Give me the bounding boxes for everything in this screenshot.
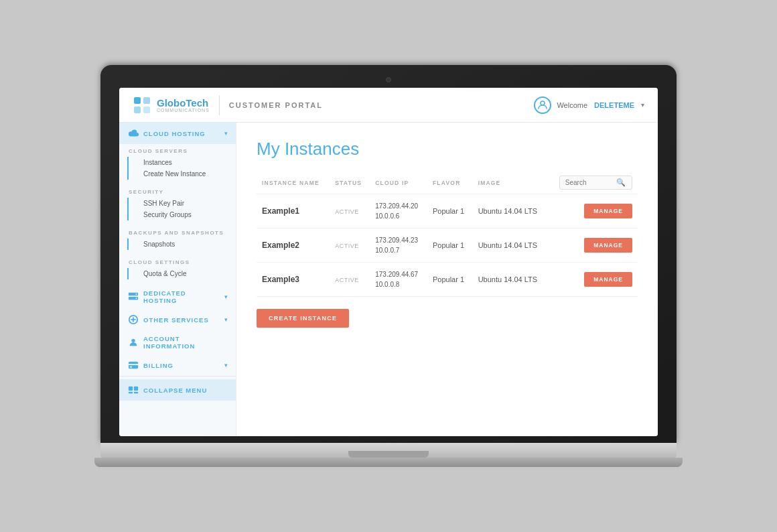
cloud-settings-label: CLOUD SETTINGS — [119, 255, 236, 268]
svg-rect-0 — [134, 97, 141, 104]
security-section: SECURITY SSH Key Pair Security Groups — [119, 185, 236, 226]
sidebar-item-cloud-hosting[interactable]: CLOUD HOSTING ▾ — [119, 123, 236, 144]
table-row: Example3 ACTIVE 173.209.44.6710.0.0.8 Po… — [257, 263, 638, 297]
svg-point-7 — [136, 293, 137, 295]
cell-action: MANAGE — [548, 194, 638, 228]
sidebar-bottom: COLLAPSE MENU — [119, 376, 236, 403]
page-title: My Instances — [257, 139, 638, 159]
sidebar-item-account[interactable]: ACCOUNT INFORMATION — [119, 330, 236, 354]
header-divider — [219, 95, 220, 115]
svg-rect-15 — [130, 367, 133, 368]
welcome-label: Welcome — [557, 101, 587, 109]
user-icon — [534, 96, 551, 114]
cell-name: Example1 — [257, 194, 330, 228]
portal: GloboTech COMMUNICATIONS CUSTOMER PORTAL — [119, 88, 658, 436]
cell-image: Ubuntu 14.04 LTS — [473, 263, 548, 297]
portal-title: CUSTOMER PORTAL — [229, 101, 323, 109]
cell-cloud-ip: 173.209.44.6710.0.0.8 — [370, 263, 427, 297]
sidebar-item-security-groups[interactable]: Security Groups — [127, 209, 236, 220]
col-search: 🔍 — [548, 172, 638, 194]
cloud-icon — [127, 127, 139, 139]
chevron-down-icon[interactable]: ▾ — [641, 101, 644, 109]
portal-header: GloboTech COMMUNICATIONS CUSTOMER PORTAL — [119, 88, 658, 123]
dedicated-hosting-label: DEDICATED HOSTING — [143, 289, 220, 304]
create-instance-button[interactable]: CREATE INSTANCE — [257, 309, 349, 328]
logo-name: GloboTech — [157, 98, 210, 108]
header-right: Welcome DELETEME ▾ — [534, 96, 644, 114]
svg-rect-3 — [143, 107, 150, 113]
table-row: Example1 ACTIVE 173.209.44.2010.0.0.6 Po… — [257, 194, 638, 228]
cell-cloud-ip: 173.209.44.2010.0.0.6 — [370, 194, 427, 228]
dedicated-hosting-chevron: ▾ — [224, 293, 228, 300]
search-icon: 🔍 — [616, 178, 626, 187]
sidebar-item-dedicated-hosting[interactable]: DEDICATED HOSTING ▾ — [119, 285, 236, 309]
svg-rect-17 — [134, 387, 138, 391]
cell-name: Example3 — [257, 263, 330, 297]
cell-action: MANAGE — [548, 263, 638, 297]
svg-rect-2 — [134, 107, 141, 113]
billing-chevron: ▾ — [224, 362, 228, 369]
security-label: SECURITY — [119, 185, 236, 198]
laptop-screen: GloboTech COMMUNICATIONS CUSTOMER PORTAL — [100, 65, 677, 443]
backups-section: BACKUPS AND SNAPSHOTS Snapshots — [119, 226, 236, 255]
col-status: STATUS — [330, 172, 370, 194]
cell-status: ACTIVE — [330, 194, 370, 228]
portal-body: CLOUD HOSTING ▾ CLOUD SERVERS Instances … — [119, 123, 658, 436]
search-box[interactable]: 🔍 — [559, 176, 632, 190]
col-instance-name: INSTANCE NAME — [257, 172, 330, 194]
cloud-hosting-chevron: ▾ — [224, 130, 228, 137]
sidebar-item-ssh-key-pair[interactable]: SSH Key Pair — [127, 198, 236, 209]
logo-sub: COMMUNICATIONS — [157, 108, 210, 113]
cell-flavor: Popular 1 — [427, 194, 473, 228]
sidebar-item-create-instance[interactable]: Create New Instance — [127, 168, 236, 180]
username-text[interactable]: DELETEME — [594, 101, 634, 109]
sidebar-item-instances[interactable]: Instances — [127, 157, 236, 168]
collapse-menu-button[interactable]: COLLAPSE MENU — [119, 379, 236, 401]
backups-label: BACKUPS AND SNAPSHOTS — [119, 226, 236, 239]
col-image: IMAGE — [473, 172, 548, 194]
sidebar-item-snapshots[interactable]: Snapshots — [127, 239, 236, 250]
cloud-servers-section: CLOUD SERVERS Instances Create New Insta… — [119, 144, 236, 185]
sidebar-item-other-services[interactable]: OTHER SERVICES ▾ — [119, 309, 236, 330]
svg-rect-16 — [129, 387, 133, 391]
cell-status: ACTIVE — [330, 228, 370, 263]
cell-action: MANAGE — [548, 228, 638, 263]
screen-content: GloboTech COMMUNICATIONS CUSTOMER PORTAL — [119, 88, 658, 436]
sidebar-item-billing[interactable]: BILLING ▾ — [119, 354, 236, 376]
svg-rect-14 — [129, 364, 138, 365]
manage-button[interactable]: MANAGE — [584, 238, 632, 253]
svg-rect-18 — [129, 392, 133, 394]
instances-table: INSTANCE NAME STATUS CLOUD IP FLAVOR IMA… — [257, 172, 638, 297]
cell-flavor: Popular 1 — [427, 263, 473, 297]
other-services-label: OTHER SERVICES — [143, 316, 220, 324]
svg-rect-1 — [143, 97, 150, 104]
cloud-servers-label: CLOUD SERVERS — [119, 144, 236, 157]
cell-image: Ubuntu 14.04 LTS — [473, 228, 548, 263]
svg-rect-19 — [134, 392, 138, 394]
table-row: Example2 ACTIVE 173.209.44.2310.0.0.7 Po… — [257, 228, 638, 263]
cell-name: Example2 — [257, 228, 330, 263]
manage-button[interactable]: MANAGE — [584, 272, 632, 287]
logo-text: GloboTech COMMUNICATIONS — [157, 98, 210, 113]
collapse-label: COLLAPSE MENU — [143, 387, 228, 394]
billing-label: BILLING — [143, 362, 220, 369]
cell-status: ACTIVE — [330, 263, 370, 297]
cell-image: Ubuntu 14.04 LTS — [473, 194, 548, 228]
laptop-foot — [94, 458, 682, 467]
sidebar-item-quota[interactable]: Quota & Cycle — [127, 268, 236, 279]
laptop-camera — [386, 77, 391, 82]
billing-icon — [127, 359, 139, 371]
col-cloud-ip: CLOUD IP — [370, 172, 427, 194]
cloud-settings-section: CLOUD SETTINGS Quota & Cycle — [119, 255, 236, 285]
server-icon — [127, 291, 139, 303]
search-input[interactable] — [565, 179, 612, 186]
laptop-wrapper: GloboTech COMMUNICATIONS CUSTOMER PORTAL — [100, 65, 677, 467]
col-flavor: FLAVOR — [427, 172, 473, 194]
collapse-icon — [127, 384, 139, 396]
other-services-chevron: ▾ — [224, 316, 228, 323]
account-icon — [127, 336, 139, 348]
plus-icon — [127, 314, 139, 326]
account-label: ACCOUNT INFORMATION — [143, 335, 228, 350]
cell-flavor: Popular 1 — [427, 228, 473, 263]
manage-button[interactable]: MANAGE — [584, 204, 632, 218]
